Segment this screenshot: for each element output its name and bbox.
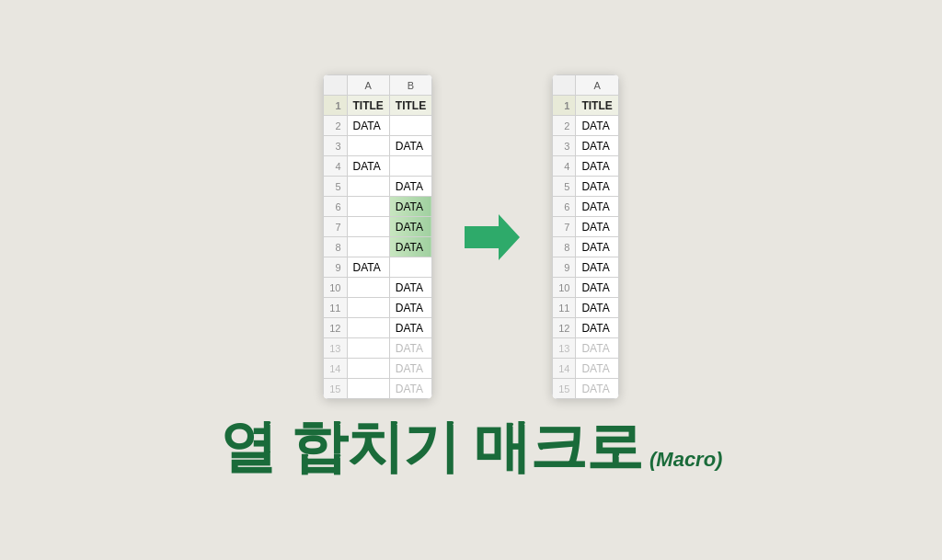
cell-a: DATA bbox=[576, 136, 618, 156]
cell-a bbox=[347, 379, 389, 399]
cell-b bbox=[389, 257, 431, 278]
row-num: 4 bbox=[553, 156, 576, 177]
col-header-A-left: A bbox=[347, 75, 389, 96]
row-num: 8 bbox=[553, 237, 576, 257]
cell-b: DATA bbox=[389, 359, 431, 379]
cell-b: DATA bbox=[389, 136, 431, 156]
cell-a bbox=[347, 197, 389, 217]
row-num: 7 bbox=[324, 217, 347, 237]
cell-b: DATA bbox=[389, 338, 431, 359]
row-num: 5 bbox=[324, 177, 347, 197]
corner-cell-right bbox=[553, 75, 576, 96]
spreadsheets-row: A B 1TITLETITLE2DATA3DATA4DATA5DATA6DATA… bbox=[323, 74, 618, 399]
row-num: 10 bbox=[553, 278, 576, 298]
cell-a bbox=[347, 298, 389, 318]
left-spreadsheet: A B 1TITLETITLE2DATA3DATA4DATA5DATA6DATA… bbox=[323, 74, 432, 399]
main-title: 열 합치기 매크로 bbox=[220, 408, 642, 486]
col-header-B-left: B bbox=[389, 75, 431, 96]
cell-a: DATA bbox=[347, 116, 389, 136]
row-num: 4 bbox=[324, 156, 347, 177]
cell-a: DATA bbox=[576, 197, 618, 217]
bottom-text-container: 열 합치기 매크로 (Macro) bbox=[220, 408, 723, 486]
cell-a bbox=[347, 338, 389, 359]
cell-b: DATA bbox=[389, 278, 431, 298]
corner-cell-left bbox=[324, 75, 347, 96]
row-num: 11 bbox=[324, 298, 347, 318]
row-num: 15 bbox=[324, 379, 347, 399]
cell-a bbox=[347, 359, 389, 379]
cell-a: DATA bbox=[576, 338, 618, 359]
cell-a: DATA bbox=[576, 359, 618, 379]
row-num: 3 bbox=[324, 136, 347, 156]
cell-a bbox=[347, 237, 389, 257]
cell-b: DATA bbox=[389, 217, 431, 237]
cell-b: DATA bbox=[389, 298, 431, 318]
cell-a: DATA bbox=[576, 257, 618, 278]
arrow-icon bbox=[460, 210, 524, 265]
cell-b: DATA bbox=[389, 318, 431, 338]
row-num: 2 bbox=[553, 116, 576, 136]
cell-a: DATA bbox=[347, 156, 389, 177]
row-num: 13 bbox=[324, 338, 347, 359]
row-num: 6 bbox=[324, 197, 347, 217]
cell-b: TITLE bbox=[389, 96, 431, 116]
row-num: 9 bbox=[553, 257, 576, 278]
right-table: A 1TITLE2DATA3DATA4DATA5DATA6DATA7DATA8D… bbox=[552, 74, 619, 399]
cell-a bbox=[347, 278, 389, 298]
arrow-container bbox=[460, 210, 524, 265]
cell-b bbox=[389, 116, 431, 136]
cell-b: DATA bbox=[389, 237, 431, 257]
cell-a bbox=[347, 217, 389, 237]
cell-b bbox=[389, 156, 431, 177]
cell-a: DATA bbox=[576, 298, 618, 318]
row-num: 15 bbox=[553, 379, 576, 399]
cell-b: DATA bbox=[389, 177, 431, 197]
cell-a: DATA bbox=[576, 156, 618, 177]
cell-a bbox=[347, 177, 389, 197]
cell-a bbox=[347, 136, 389, 156]
row-num: 7 bbox=[553, 217, 576, 237]
cell-b: DATA bbox=[389, 197, 431, 217]
row-num: 3 bbox=[553, 136, 576, 156]
cell-a: DATA bbox=[576, 217, 618, 237]
row-num: 8 bbox=[324, 237, 347, 257]
row-num: 5 bbox=[553, 177, 576, 197]
left-table: A B 1TITLETITLE2DATA3DATA4DATA5DATA6DATA… bbox=[323, 74, 432, 399]
cell-a bbox=[347, 318, 389, 338]
cell-a: DATA bbox=[576, 318, 618, 338]
macro-label: (Macro) bbox=[649, 448, 722, 472]
cell-a: DATA bbox=[576, 116, 618, 136]
row-num: 12 bbox=[553, 318, 576, 338]
right-tbody: 1TITLE2DATA3DATA4DATA5DATA6DATA7DATA8DAT… bbox=[553, 96, 619, 399]
row-num: 13 bbox=[553, 338, 576, 359]
right-spreadsheet: A 1TITLE2DATA3DATA4DATA5DATA6DATA7DATA8D… bbox=[552, 74, 619, 399]
row-num: 11 bbox=[553, 298, 576, 318]
row-num: 14 bbox=[553, 359, 576, 379]
row-num: 9 bbox=[324, 257, 347, 278]
main-container: A B 1TITLETITLE2DATA3DATA4DATA5DATA6DATA… bbox=[220, 74, 723, 486]
col-header-A-right: A bbox=[576, 75, 618, 96]
cell-a: DATA bbox=[576, 278, 618, 298]
row-num: 14 bbox=[324, 359, 347, 379]
row-num: 10 bbox=[324, 278, 347, 298]
row-num: 6 bbox=[553, 197, 576, 217]
cell-a: TITLE bbox=[347, 96, 389, 116]
cell-a: DATA bbox=[576, 177, 618, 197]
cell-a: DATA bbox=[347, 257, 389, 278]
row-num: 2 bbox=[324, 116, 347, 136]
row-num: 1 bbox=[324, 96, 347, 116]
left-tbody: 1TITLETITLE2DATA3DATA4DATA5DATA6DATA7DAT… bbox=[324, 96, 432, 399]
row-num: 12 bbox=[324, 318, 347, 338]
row-num: 1 bbox=[553, 96, 576, 116]
svg-marker-0 bbox=[465, 214, 520, 260]
cell-a: DATA bbox=[576, 237, 618, 257]
cell-a: DATA bbox=[576, 379, 618, 399]
cell-a: TITLE bbox=[576, 96, 618, 116]
cell-b: DATA bbox=[389, 379, 431, 399]
